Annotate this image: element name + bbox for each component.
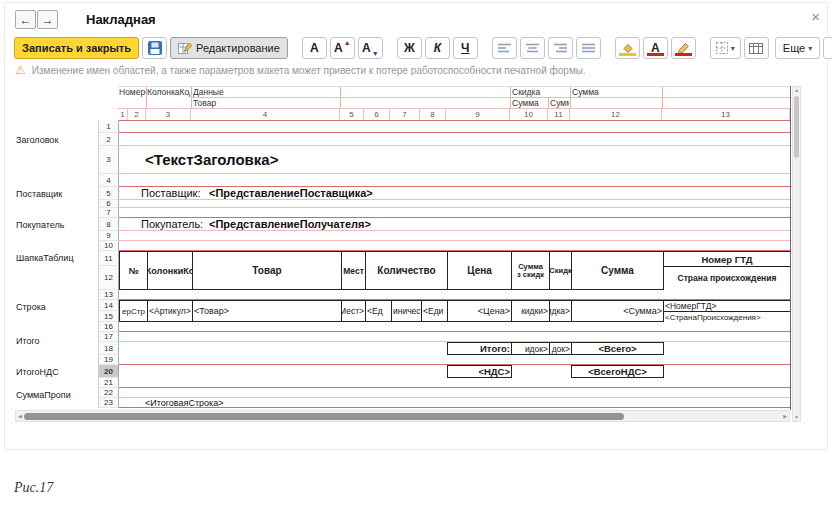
column-header[interactable]: 13 xyxy=(662,109,790,120)
grid-row[interactable]: <НДС> <ВсегоНДС> xyxy=(119,365,791,378)
row-header[interactable]: 1 xyxy=(99,120,119,133)
grid-row[interactable] xyxy=(119,174,791,187)
column-header[interactable]: 4 xyxy=(191,109,340,120)
align-left-button[interactable] xyxy=(492,37,517,59)
section-label-stroka[interactable]: Строка xyxy=(16,302,96,312)
column-header[interactable]: 11 xyxy=(548,109,570,120)
thead-gtd-cell[interactable]: Номер ГТД xyxy=(664,252,791,267)
grid-row[interactable] xyxy=(119,231,791,241)
column-header[interactable]: 9 xyxy=(446,109,510,120)
row-header[interactable]: 23 xyxy=(99,398,119,408)
section-label-pokupatel[interactable]: Покупатель xyxy=(16,220,96,230)
grid-row[interactable] xyxy=(119,322,791,332)
thead-disc-cell[interactable]: Скидк xyxy=(550,252,572,290)
row-sum-cell[interactable]: <Сумма> xyxy=(572,301,664,322)
scroll-down-icon[interactable]: ▼ xyxy=(794,414,799,421)
grid-row[interactable]: Поставщик: <ПредставлениеПоставщика> xyxy=(119,187,791,200)
horizontal-scroll-thumb[interactable] xyxy=(24,413,624,420)
thead-sum-cell[interactable]: Сумма xyxy=(572,252,664,290)
section-label-summapropis[interactable]: СуммаПропи xyxy=(16,390,96,400)
grid-row[interactable] xyxy=(119,332,791,342)
row-disc-cell[interactable]: идка> xyxy=(550,301,572,322)
grid-row[interactable] xyxy=(119,388,791,398)
row-price-cell[interactable]: <Цена> xyxy=(448,301,512,322)
more-button[interactable]: Еще ▾ xyxy=(775,37,820,59)
thead-tovar-cell[interactable]: Товар xyxy=(193,252,342,290)
font-color-button[interactable]: А xyxy=(643,37,668,59)
row-header[interactable]: 7 xyxy=(99,208,119,218)
bold-button[interactable]: Ж xyxy=(397,37,422,59)
row-tovar-cell[interactable]: <Товар> xyxy=(193,301,342,322)
grid-row[interactable] xyxy=(119,133,791,146)
underline-button[interactable]: Ч xyxy=(453,37,478,59)
buyer-value-cell[interactable]: <ПредставлениеПолучателя> xyxy=(207,218,527,230)
row-mest-cell[interactable]: Мест> xyxy=(342,301,366,322)
thead-num-cell[interactable]: № xyxy=(120,252,148,290)
save-close-button[interactable]: Записать и закрыть xyxy=(14,37,139,59)
row-header-selected[interactable]: 20 xyxy=(99,365,119,378)
footer-row-cell[interactable]: <ИтоговаяСтрока> xyxy=(143,398,403,407)
row-header[interactable]: 16 xyxy=(99,322,119,332)
grid-row[interactable]: Итого: идок> док> <Всего> xyxy=(119,342,791,355)
close-icon[interactable]: × xyxy=(811,8,820,25)
title-cell[interactable]: <ТекстЗаголовка> xyxy=(143,146,763,173)
thead-sum-nodisc-cell[interactable]: Сумма з скидк xyxy=(512,252,550,290)
row-unit-cell[interactable]: иничество> xyxy=(392,301,422,322)
column-header[interactable]: 6 xyxy=(364,109,390,120)
thead-mest-cell[interactable]: Мест xyxy=(342,252,366,290)
row-header[interactable]: 9 xyxy=(99,231,119,241)
edit-mode-button[interactable]: Редактирование xyxy=(170,37,288,59)
grid-row[interactable] xyxy=(119,208,791,218)
row-num-cell[interactable]: ерСтр xyxy=(120,301,148,322)
row-header[interactable]: 21 xyxy=(99,378,119,388)
row-header[interactable]: 14 xyxy=(99,300,119,311)
save-button[interactable] xyxy=(142,37,167,59)
font-increase-button[interactable]: А▲ xyxy=(330,37,355,59)
row-nodisc-cell[interactable]: кидки> xyxy=(512,301,550,322)
vat-value-cell[interactable]: <НДС> xyxy=(448,366,512,378)
row-unit-cell[interactable]: <Ед xyxy=(366,301,392,322)
column-header[interactable]: 12 xyxy=(570,109,662,120)
scroll-up-icon[interactable]: ▲ xyxy=(794,87,799,94)
section-label-itogonds[interactable]: ИтогоНДС xyxy=(16,367,96,377)
italic-button[interactable]: К xyxy=(425,37,450,59)
area-name-codescol[interactable]: КолонкаКодов xyxy=(147,87,190,98)
row-header[interactable]: 11 xyxy=(99,251,119,266)
grid-row[interactable] xyxy=(119,355,791,365)
row-header[interactable]: 18 xyxy=(99,342,119,355)
area-name-numbercol[interactable]: НомерС xyxy=(119,87,146,98)
totals-nodisc-cell[interactable]: идок> xyxy=(512,343,550,355)
grid-row[interactable]: <ИтоговаяСтрока> xyxy=(119,398,791,408)
column-header[interactable]: 10 xyxy=(510,109,548,120)
row-header[interactable]: 15 xyxy=(99,311,119,322)
grid-row[interactable] xyxy=(119,290,791,300)
row-header[interactable]: 13 xyxy=(99,290,119,300)
borders-button[interactable]: ▾ xyxy=(710,37,741,59)
column-header[interactable]: 5 xyxy=(340,109,364,120)
supplier-value-cell[interactable]: <ПредставлениеПоставщика> xyxy=(207,187,527,199)
thead-country-cell[interactable]: Страна происхождения xyxy=(664,267,791,290)
vertical-scrollbar[interactable]: ▲ ▼ xyxy=(792,86,801,422)
grid-row[interactable]: Покупатель: <ПредставлениеПолучателя> xyxy=(119,218,791,231)
column-header[interactable]: 8 xyxy=(420,109,446,120)
scroll-left-icon[interactable]: ◀ xyxy=(18,413,22,420)
row-country-cell[interactable]: <СтранаПроисхождения> xyxy=(664,312,791,322)
totals-disc-cell[interactable]: док> xyxy=(550,343,572,355)
vertical-scroll-thumb[interactable] xyxy=(794,96,799,158)
row-header[interactable]: 4 xyxy=(99,174,119,187)
column-header[interactable]: 3 xyxy=(146,109,191,120)
totals-sum-cell[interactable]: <Всего> xyxy=(572,343,664,355)
thead-codes-cell[interactable]: КолонкиКо xyxy=(148,252,193,290)
back-button[interactable]: ← xyxy=(15,10,36,29)
forward-button[interactable]: → xyxy=(37,10,58,29)
row-header[interactable]: 12 xyxy=(99,266,119,290)
row-header[interactable]: 3 xyxy=(99,146,119,174)
supplier-label-cell[interactable]: Поставщик: xyxy=(139,187,207,199)
row-header[interactable]: 6 xyxy=(99,200,119,208)
grid-row[interactable]: ерСтр <Артикул> <Товар> Мест> <Ед иничес… xyxy=(119,300,791,322)
grid-row[interactable]: № КолонкиКо Товар Мест Количество Цена С… xyxy=(119,251,791,290)
row-unit-cell[interactable]: <Еди xyxy=(422,301,448,322)
horizontal-scrollbar[interactable]: ◀ ▶ xyxy=(15,410,790,422)
grid-row[interactable]: <ТекстЗаголовка> xyxy=(119,146,791,174)
thead-price-cell[interactable]: Цена xyxy=(448,252,512,290)
